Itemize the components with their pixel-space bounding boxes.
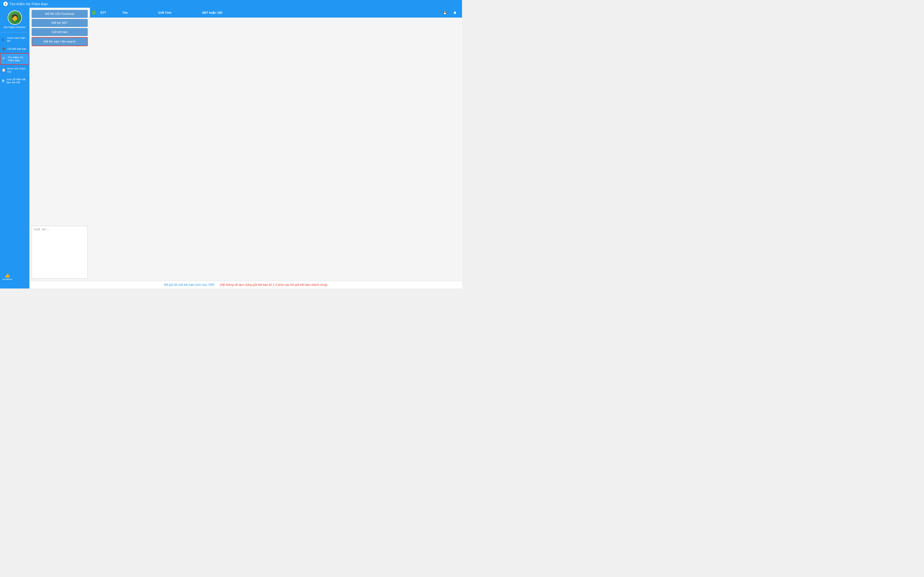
th-save: 💾	[440, 11, 450, 15]
th-stt: STT	[100, 11, 123, 14]
bottom-area	[29, 226, 462, 281]
mo-file-uid-button[interactable]: Mở file UID Facebook	[32, 10, 88, 18]
main-container: 🧑 Đại Digital Marketer 👥 Danh Sách Bạn B…	[0, 8, 462, 288]
avatar-icon: 🧑	[11, 14, 18, 21]
header: ℹ Tìm Kiếm Và Thêm Bạn	[0, 0, 462, 8]
trash-icon: 🗑	[2, 79, 5, 83]
table-header: STT Tên Giới Tính SĐT hoặc UID 💾 🗑	[90, 8, 462, 18]
save-icon: 💾	[443, 11, 447, 15]
sidebar-label-xoa: Xóa Lời Mời Kết Bạn Đã Gửi	[6, 78, 28, 84]
right-section: STT Tên Giới Tính SĐT hoặc UID 💾 🗑	[90, 8, 462, 226]
bottom-spacer	[90, 226, 462, 281]
add-icon: ➕	[2, 47, 6, 51]
footer-warning: (Hệ thống sẽ tạm dừng gửi kết bạn từ 1-3…	[220, 283, 328, 287]
search-icon: 🔍	[2, 57, 6, 61]
sent-count: Đã gửi lời mời kết bạn hôm nay: 0/50	[164, 283, 215, 287]
sidebar-label-danh-sach: Danh Sách Bạn Bè	[7, 36, 28, 43]
avatar: 🧑	[8, 10, 22, 25]
sidebar-item-tim-kiem[interactable]: 🔍 Tìm Kiếm Và Thêm Bạn	[0, 53, 29, 65]
user-name: Đại Digital Marketer	[2, 26, 27, 29]
group-icon: 📋	[2, 68, 6, 72]
sidebar-label-nhom: Nhóm Đã Tham Gia	[7, 67, 28, 73]
mo-file-zalo-button[interactable]: Mở file zalo / file search	[32, 37, 88, 46]
feedback-label: FeedBack	[2, 278, 12, 280]
history-panel	[29, 226, 90, 281]
footer: Đã gửi lời mời kết bạn hôm nay: 0/50 (Hệ…	[29, 281, 462, 288]
friends-icon: 👥	[2, 37, 6, 41]
sidebar-item-xoa-loi-moi[interactable]: 🗑 Xóa Lời Mời Kết Bạn Đã Gửi	[0, 76, 29, 86]
history-textarea[interactable]	[32, 226, 88, 279]
sidebar-item-loi-moi-ket-ban[interactable]: ➕ Lời Mời Kết Bạn	[0, 45, 29, 53]
top-section: Mở file UID Facebook Mở file SĐT Gửi kết…	[29, 8, 462, 226]
sidebar-label-tim-kiem: Tìm Kiếm Và Thêm Bạn	[8, 56, 27, 62]
avatar-container: 🧑 Đại Digital Marketer	[2, 10, 27, 29]
feedback-button[interactable]: 👍 FeedBack	[1, 270, 14, 283]
buttons-panel: Mở file UID Facebook Mở file SĐT Gửi kết…	[29, 8, 90, 226]
sidebar-divider	[2, 32, 28, 32]
th-ten: Tên	[123, 11, 158, 14]
sidebar-item-danh-sach-ban-be[interactable]: 👥 Danh Sách Bạn Bè	[0, 34, 29, 45]
content: Mở file UID Facebook Mở file SĐT Gửi kết…	[29, 8, 462, 288]
header-title: Tìm Kiếm Và Thêm Bạn	[9, 2, 48, 6]
th-sdt: SĐT hoặc UID	[202, 11, 440, 15]
sidebar-item-nhom[interactable]: 📋 Nhóm Đã Tham Gia	[0, 65, 29, 76]
header-checkbox[interactable]	[92, 11, 96, 15]
table-body	[90, 18, 462, 226]
th-gioitinh: Giới Tính	[158, 11, 202, 15]
mo-file-sdt-button[interactable]: Mở file SĐT	[32, 19, 88, 27]
sidebar: 🧑 Đại Digital Marketer 👥 Danh Sách Bạn B…	[0, 8, 29, 288]
th-checkbox	[92, 11, 100, 15]
th-delete: 🗑	[450, 11, 460, 14]
gui-ket-ban-button[interactable]: Gửi kết bạn	[32, 28, 88, 36]
sidebar-label-loi-moi: Lời Mời Kết Bạn	[7, 47, 26, 50]
info-icon: ℹ	[3, 2, 8, 6]
feedback-icon: 👍	[5, 273, 10, 278]
delete-icon: 🗑	[454, 11, 457, 14]
